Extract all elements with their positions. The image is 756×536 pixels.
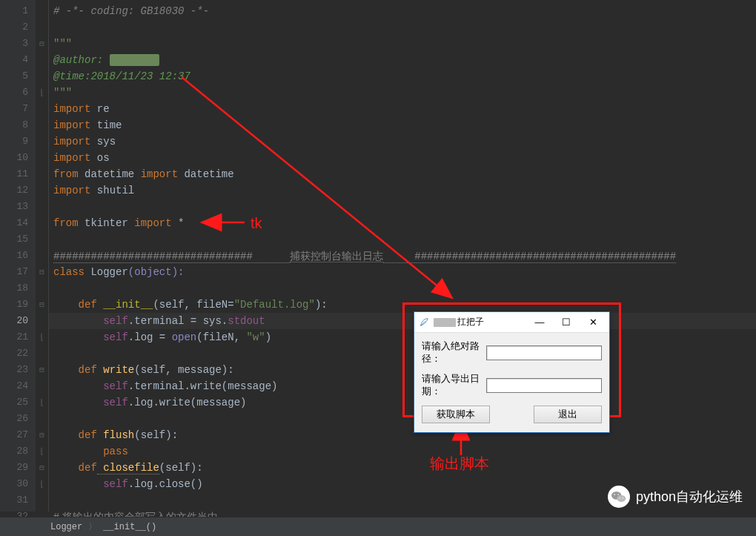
minimize-button[interactable]: — [526, 313, 553, 332]
get-script-button[interactable]: 获取脚本 [422, 406, 490, 423]
app-icon [419, 317, 429, 328]
window-title: 扛把子 [434, 316, 526, 328]
encoding-comment: # -*- coding: GB18030 -*- [53, 5, 209, 17]
annot-tk-label: tk [251, 215, 262, 232]
svg-point-8 [620, 497, 620, 498]
svg-point-6 [614, 494, 615, 495]
tkinter-window[interactable]: 扛把子 — ☐ ✕ 请输入绝对路径： 请输入导出日期： 获取脚本 退出 [414, 311, 610, 433]
svg-point-7 [617, 494, 619, 495]
svg-point-5 [617, 495, 626, 502]
line-number-gutter: 123 456 789 101112 131415 161718 192021 … [0, 0, 36, 512]
close-button[interactable]: ✕ [580, 313, 606, 332]
chevron-right-icon: 〉 [88, 520, 97, 533]
date-input[interactable] [486, 378, 602, 393]
watermark-text: python自动化运维 [636, 488, 743, 506]
window-titlebar[interactable]: 扛把子 — ☐ ✕ [414, 312, 609, 333]
wechat-icon [608, 486, 630, 508]
exit-button[interactable]: 退出 [534, 406, 602, 423]
breadcrumb[interactable]: Logger 〉 __init__() [0, 517, 756, 536]
svg-point-9 [623, 497, 623, 498]
fold-gutter[interactable]: ⊟⌊ ⊟ ⊟⌊⊟ ⌊⊟⌊⊟⌊ [36, 0, 49, 512]
code-editor[interactable]: 123 456 789 101112 131415 161718 192021 … [0, 0, 756, 512]
breadcrumb-class[interactable]: Logger [44, 522, 88, 532]
path-input[interactable] [486, 345, 602, 360]
watermark: python自动化运维 [608, 486, 743, 508]
path-label: 请输入绝对路径： [422, 340, 486, 365]
breadcrumb-method[interactable]: __init__() [97, 522, 162, 532]
annot-output-label: 输出脚本 [430, 454, 489, 474]
maximize-button[interactable]: ☐ [553, 313, 580, 332]
date-label: 请输入导出日期： [422, 373, 486, 398]
code-area[interactable]: # -*- coding: GB18030 -*- """ @author: x… [49, 0, 756, 512]
